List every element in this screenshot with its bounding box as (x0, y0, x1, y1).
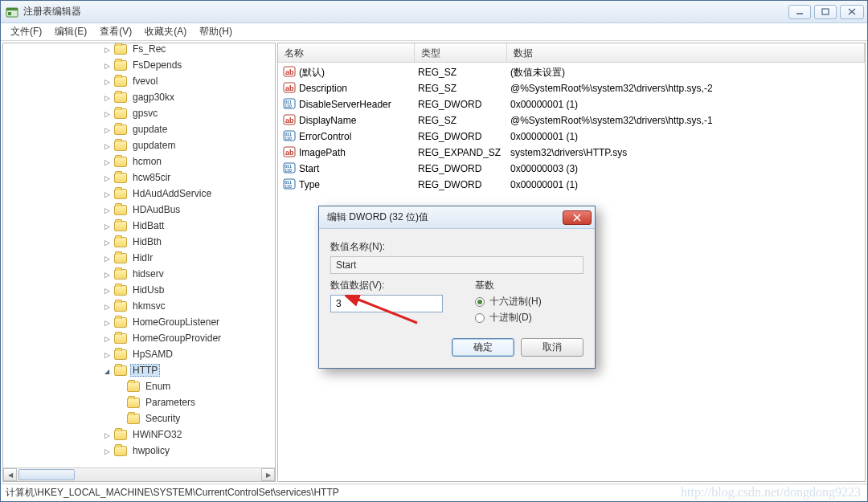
dialog-titlebar: 编辑 DWORD (32 位)值 (319, 206, 595, 229)
menu-edit[interactable]: 编辑(E) (48, 23, 93, 40)
expand-icon[interactable] (101, 236, 113, 247)
tree-node[interactable]: hidserv (3, 266, 275, 282)
tree-node[interactable]: HdAudAddService (3, 186, 275, 202)
scroll-right-button[interactable]: ▶ (261, 468, 275, 481)
dialog-close-button[interactable] (563, 210, 592, 225)
svg-text:110: 110 (285, 184, 292, 189)
expand-collapse-icon[interactable] (101, 365, 113, 376)
radio-hex[interactable]: 十六进制(H) (475, 295, 583, 308)
tree-node-label: hwpolicy (130, 444, 172, 457)
expand-icon[interactable] (101, 92, 113, 103)
window-title: 注册表编辑器 (23, 5, 788, 18)
expand-icon[interactable] (101, 204, 113, 215)
list-row[interactable]: abDescriptionREG_SZ@%SystemRoot%\system3… (278, 80, 865, 96)
expand-icon[interactable] (101, 43, 113, 55)
expand-icon[interactable] (101, 76, 113, 87)
tree-node[interactable]: HidBatt (3, 218, 275, 234)
svg-text:ab: ab (285, 68, 294, 76)
col-name[interactable]: 名称 (278, 43, 415, 62)
tree-hscrollbar[interactable]: ◀ ▶ (3, 467, 275, 481)
tree-node[interactable]: hwpolicy (3, 443, 275, 459)
tree-node[interactable]: fvevol (3, 73, 275, 89)
radio-dec[interactable]: 十进制(D) (475, 311, 583, 324)
list-row[interactable]: ab(默认)REG_SZ(数值未设置) (278, 64, 865, 80)
expand-icon[interactable] (101, 108, 113, 119)
expand-icon[interactable] (101, 333, 113, 344)
folder-icon (114, 60, 127, 71)
list-row[interactable]: abImagePathREG_EXPAND_SZsystem32\drivers… (278, 145, 865, 161)
tree-node[interactable]: HTTP (3, 362, 275, 378)
expand-icon[interactable] (101, 429, 113, 440)
tree-node[interactable]: Fs_Rec (3, 43, 275, 57)
tree-node[interactable]: gupdatem (3, 137, 275, 153)
col-type[interactable]: 类型 (415, 43, 507, 62)
tree-node-label: HpSAMD (130, 348, 175, 361)
tree-node[interactable]: HWiNFO32 (3, 426, 275, 443)
maximize-button[interactable] (814, 5, 837, 19)
list-row[interactable]: 011110ErrorControlREG_DWORD0x00000001 (1… (278, 129, 865, 145)
value-name: ErrorControl (299, 131, 351, 142)
tree-node-label: HdAudAddService (130, 187, 214, 200)
tree-node-label: HidIr (130, 251, 155, 264)
list-row[interactable]: 011110StartREG_DWORD0x00000003 (3) (278, 161, 865, 177)
tree-node[interactable]: gagp30kx (3, 89, 275, 105)
close-button[interactable] (840, 5, 864, 19)
tree-node[interactable]: gpsvc (3, 105, 275, 121)
tree-node[interactable]: HDAudBus (3, 202, 275, 218)
expand-icon[interactable] (101, 140, 113, 151)
tree-node-label: HTTP (130, 364, 160, 377)
expand-icon[interactable] (101, 252, 113, 263)
tree-node[interactable]: HpSAMD (3, 346, 275, 362)
tree-node[interactable]: HidBth (3, 234, 275, 250)
tree-node[interactable]: hcmon (3, 153, 275, 169)
expand-icon[interactable] (101, 268, 113, 280)
list-row[interactable]: 011110DisableServerHeaderREG_DWORD0x0000… (278, 96, 865, 112)
value-data: 0x00000001 (1) (507, 99, 865, 110)
folder-icon (114, 157, 127, 167)
expand-icon[interactable] (101, 124, 113, 135)
tree-node[interactable]: Enum (3, 378, 275, 394)
cancel-button[interactable]: 取消 (521, 338, 583, 357)
tree-node[interactable]: FsDepends (3, 57, 275, 73)
menu-help[interactable]: 帮助(H) (193, 23, 239, 40)
menu-favorites[interactable]: 收藏夹(A) (138, 23, 193, 40)
value-data-field[interactable] (330, 295, 443, 312)
expand-icon[interactable] (101, 156, 113, 167)
folder-icon (114, 365, 127, 376)
folder-icon (114, 430, 127, 440)
expand-icon[interactable] (101, 59, 113, 71)
tree-node[interactable]: Parameters (3, 394, 275, 410)
tree-node-label: Security (143, 412, 182, 425)
tree-node[interactable]: HidIr (3, 250, 275, 266)
menu-file[interactable]: 文件(F) (4, 23, 48, 40)
scroll-left-button[interactable]: ◀ (3, 468, 17, 481)
expand-icon[interactable] (101, 284, 113, 296)
tree-node[interactable]: gupdate (3, 121, 275, 137)
ok-button[interactable]: 确定 (452, 338, 514, 357)
value-data-label: 数值数据(V): (330, 279, 451, 292)
tree-node[interactable]: HidUsb (3, 282, 275, 298)
col-data[interactable]: 数据 (507, 43, 865, 62)
expand-icon[interactable] (101, 349, 113, 360)
expand-icon[interactable] (101, 220, 113, 231)
tree-node-label: gagp30kx (130, 91, 177, 104)
hscroll-thumb[interactable] (18, 469, 75, 480)
expand-icon[interactable] (101, 188, 113, 199)
folder-icon (114, 44, 127, 55)
minimize-button[interactable] (788, 5, 811, 19)
folder-icon (114, 173, 127, 183)
list-row[interactable]: 011110TypeREG_DWORD0x00000001 (1) (278, 177, 865, 193)
expand-icon[interactable] (101, 172, 113, 183)
expand-icon[interactable] (101, 300, 113, 312)
tree-node[interactable]: HomeGroupListener (3, 314, 275, 330)
folder-icon (114, 253, 127, 263)
expand-icon[interactable] (101, 316, 113, 328)
tree-node[interactable]: hkmsvc (3, 298, 275, 314)
tree-node[interactable]: hcw85cir (3, 169, 275, 186)
list-row[interactable]: abDisplayNameREG_SZ@%SystemRoot%\system3… (278, 112, 865, 129)
tree-node[interactable]: Security (3, 410, 275, 426)
menu-view[interactable]: 查看(V) (93, 23, 138, 40)
tree-node[interactable]: HomeGroupProvider (3, 330, 275, 346)
expand-icon[interactable] (101, 445, 113, 456)
svg-text:110: 110 (285, 136, 292, 141)
